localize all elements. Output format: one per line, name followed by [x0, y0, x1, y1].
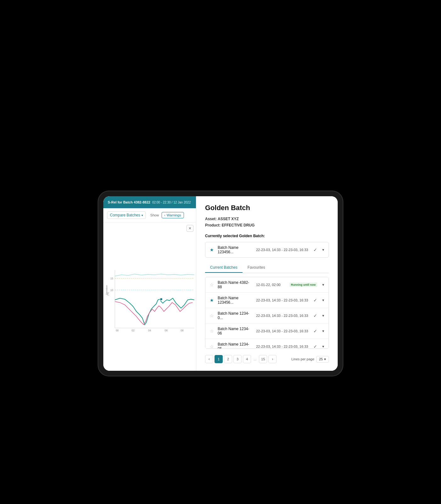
list-item[interactable]: ☆ Batch Name 1234-0... 22-23-03, 14:33 -… — [205, 308, 329, 324]
svg-point-13 — [160, 298, 163, 301]
lines-per-page-label: Lines per page — [291, 357, 314, 361]
star-empty-icon[interactable]: ☆ — [210, 329, 214, 334]
golden-batch-date: 22-23-03, 14:33 - 22-23-03, 16:33 — [256, 248, 310, 252]
batch-name: Batch Name 123456... — [218, 296, 252, 305]
batch-name: Batch Name 4382-88 — [218, 280, 252, 289]
batch-date: 22-23-03, 14:33 - 22-23-03, 16:33 — [256, 329, 310, 333]
page-4-button[interactable]: 4 — [243, 355, 251, 363]
checkmark-icon: ✓ — [313, 313, 317, 318]
compare-batches-label: Compare Batches — [110, 213, 140, 217]
golden-batch-title: Golden Batch — [205, 204, 329, 212]
next-page-button[interactable]: › — [268, 355, 277, 363]
svg-text:08: 08 — [180, 329, 184, 332]
asset-label: Asset: — [205, 217, 217, 221]
chart-svg: Deviation (%) 15 10 00 02 04 06 08 — [103, 225, 196, 368]
page-15-button[interactable]: 15 — [259, 355, 267, 363]
per-page-select[interactable]: 25 ▾ — [316, 356, 329, 363]
asset-value: ASSET XYZ — [218, 217, 239, 221]
batch-date: 22-23-03, 14:33 - 22-23-03, 16:33 — [256, 345, 310, 348]
header-bar: S-Rel for Batch 4382-8822 02:00 - 22:30 … — [103, 196, 196, 208]
product-label: Product: — [205, 223, 220, 227]
checkmark-icon: ✓ — [313, 247, 317, 252]
list-item[interactable]: ☆ Batch Name 4382-88 12-01-22, 02:00 Run… — [205, 277, 329, 293]
checkmark-icon: ✓ — [313, 298, 317, 303]
list-item[interactable]: ★ Batch Name 123456... 22-23-03, 14:33 -… — [205, 293, 329, 308]
tab-current-batches[interactable]: Current Batches — [205, 263, 243, 273]
batch-name: Batch Name 1234-0... — [218, 311, 252, 320]
expand-icon[interactable]: ▾ — [322, 248, 324, 252]
main-content: S-Rel for Batch 4382-8822 02:00 - 22:30 … — [103, 196, 338, 371]
warnings-label: Warnings — [167, 213, 181, 217]
expand-icon[interactable]: ▾ — [322, 329, 324, 333]
batch-name: Batch Name 1234-06 — [218, 327, 252, 335]
warnings-button[interactable]: ‹ Warnings — [162, 212, 184, 218]
expand-icon[interactable]: ▾ — [322, 344, 324, 349]
batch-title: S-Rel for Batch 4382-8822 — [108, 200, 150, 204]
star-filled-icon[interactable]: ★ — [210, 298, 214, 303]
product-line: Product: EFFECTIVE DRUG — [205, 222, 329, 228]
page-3-button[interactable]: 3 — [233, 355, 242, 363]
asset-line: Asset: ASSET XYZ — [205, 216, 329, 222]
toolbar: Compare Batches ▾ Show ‹ Warnings — [103, 208, 196, 222]
chevron-down-icon: ▾ — [141, 214, 143, 217]
expand-icon[interactable]: ▾ — [322, 283, 324, 287]
star-empty-icon[interactable]: ☆ — [210, 282, 214, 287]
svg-text:04: 04 — [148, 329, 151, 332]
batch-name: Batch Name 1234-05 — [218, 342, 252, 349]
golden-batch-name: Batch Name 123456... — [218, 245, 252, 254]
svg-text:00: 00 — [116, 329, 119, 332]
batch-date: 12-01-22, 02:00 — [256, 283, 286, 287]
expand-icon[interactable]: ▾ — [322, 298, 324, 302]
left-panel: S-Rel for Batch 4382-8822 02:00 - 22:30 … — [103, 196, 196, 371]
batch-list: ☆ Batch Name 4382-88 12-01-22, 02:00 Run… — [205, 277, 329, 349]
list-item[interactable]: ☆ Batch Name 1234-06 22-23-03, 14:33 - 2… — [205, 324, 329, 339]
lines-per-page: Lines per page 25 ▾ — [291, 356, 329, 363]
page-1-button[interactable]: 1 — [215, 355, 223, 363]
chevron-left-icon: ‹ — [164, 214, 165, 217]
compare-batches-dropdown[interactable]: Compare Batches ▾ — [107, 211, 146, 219]
tab-favourites[interactable]: Favourites — [243, 263, 270, 273]
svg-text:06: 06 — [165, 329, 168, 332]
pagination-row: ‹ 1 2 3 4 ... 15 › Lines per page 25 ▾ — [205, 355, 329, 363]
page-2-button[interactable]: 2 — [224, 355, 232, 363]
per-page-chevron: ▾ — [324, 357, 326, 361]
running-badge: Running until now — [289, 283, 317, 287]
selected-golden-label: Currently selected Golden Batch: — [205, 234, 329, 238]
chart-area: ✕ Deviation (%) 15 10 00 02 — [103, 222, 196, 371]
per-page-value: 25 — [319, 357, 323, 361]
tabs-row: Current Batches Favourites — [205, 263, 329, 273]
batch-date: 22-23-03, 14:33 - 22-23-03, 16:33 — [256, 298, 310, 302]
svg-text:02: 02 — [132, 329, 135, 332]
checkmark-icon: ✓ — [313, 329, 317, 334]
meta-info: Asset: ASSET XYZ Product: EFFECTIVE DRUG — [205, 216, 329, 229]
expand-icon[interactable]: ▾ — [322, 313, 324, 318]
right-panel: Golden Batch Asset: ASSET XYZ Product: E… — [196, 196, 338, 371]
time-range: 02:00 - 22:30 / 12 Jan 2022 — [152, 201, 191, 204]
tablet-device: S-Rel for Batch 4382-8822 02:00 - 22:30 … — [98, 191, 343, 376]
svg-text:10: 10 — [110, 289, 113, 292]
batch-date: 22-23-03, 14:33 - 22-23-03, 16:33 — [256, 314, 310, 318]
star-filled-icon: ★ — [210, 247, 214, 252]
prev-page-button[interactable]: ‹ — [205, 355, 213, 363]
list-item[interactable]: ☆ Batch Name 1234-05 22-23-03, 14:33 - 2… — [205, 339, 329, 349]
page-ellipsis: ... — [252, 357, 258, 361]
checkmark-icon: ✓ — [313, 344, 317, 349]
golden-batch-row[interactable]: ★ Batch Name 123456... 22-23-03, 14:33 -… — [205, 242, 329, 258]
svg-text:15: 15 — [110, 277, 113, 280]
star-empty-icon[interactable]: ☆ — [210, 313, 214, 318]
svg-text:(%): (%) — [106, 292, 109, 295]
star-empty-icon[interactable]: ☆ — [210, 344, 214, 349]
show-label: Show — [150, 213, 159, 217]
close-button[interactable]: ✕ — [186, 225, 193, 232]
tablet-screen: S-Rel for Batch 4382-8822 02:00 - 22:30 … — [103, 196, 338, 371]
product-value: EFFECTIVE DRUG — [222, 223, 255, 227]
